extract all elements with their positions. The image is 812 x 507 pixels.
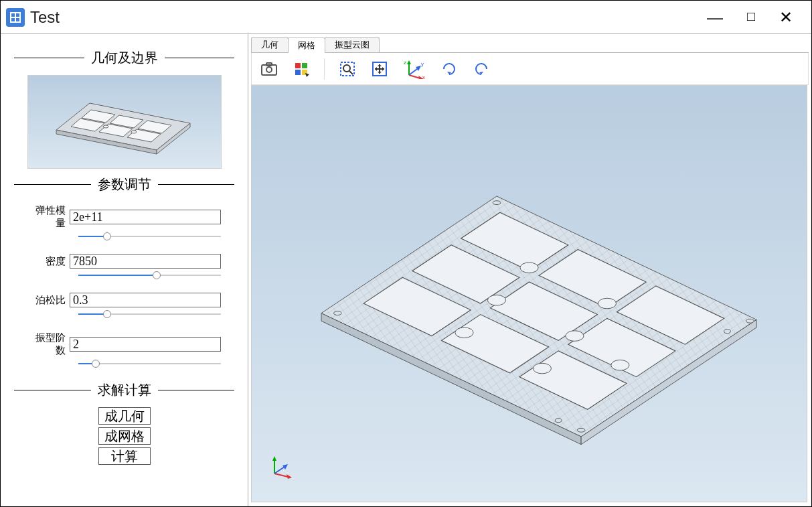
- svg-point-61: [577, 428, 585, 432]
- poisson-slider[interactable]: [78, 310, 221, 318]
- zoom-box-icon[interactable]: [338, 60, 357, 78]
- window-title: Test: [30, 8, 707, 27]
- svg-marker-68: [287, 474, 292, 479]
- svg-text:y: y: [421, 61, 424, 67]
- svg-point-59: [333, 311, 341, 315]
- mode-count-label: 振型阶数: [27, 332, 66, 357]
- svg-point-60: [493, 201, 501, 205]
- svg-point-12: [103, 125, 108, 128]
- section-geometry-boundary: 几何及边界: [14, 49, 234, 67]
- tab-geometry[interactable]: 几何: [251, 37, 289, 52]
- rotate-cw-icon[interactable]: [440, 60, 459, 78]
- svg-point-57: [598, 298, 616, 309]
- compute-button[interactable]: 计算: [98, 447, 151, 465]
- elastic-modulus-row: 弹性模量: [14, 204, 234, 230]
- minimize-button[interactable]: —: [707, 9, 723, 25]
- svg-rect-18: [302, 63, 307, 68]
- section-parameters: 参数调节: [14, 175, 234, 194]
- svg-point-62: [746, 319, 754, 323]
- close-button[interactable]: ✕: [779, 9, 793, 25]
- 3d-viewport[interactable]: [251, 85, 807, 502]
- tabs: 几何 网格 振型云图: [251, 37, 809, 53]
- svg-rect-19: [295, 70, 301, 75]
- svg-point-13: [131, 131, 137, 133]
- elastic-modulus-label: 弹性模量: [27, 204, 66, 230]
- poisson-row: 泊松比: [14, 293, 234, 307]
- svg-line-24: [349, 71, 353, 74]
- svg-point-64: [724, 330, 731, 334]
- svg-text:x: x: [422, 74, 425, 79]
- content-pane: 几何 网格 振型云图: [248, 34, 811, 506]
- svg-point-58: [611, 360, 629, 370]
- maximize-button[interactable]: □: [747, 9, 755, 25]
- svg-rect-17: [295, 63, 301, 68]
- mode-count-slider[interactable]: [78, 360, 221, 368]
- generate-mesh-button[interactable]: 成网格: [98, 427, 151, 445]
- tab-mesh[interactable]: 网格: [288, 38, 325, 53]
- app-icon: [6, 8, 25, 27]
- svg-point-23: [343, 65, 350, 72]
- tab-mode-shape[interactable]: 振型云图: [325, 37, 380, 52]
- svg-marker-29: [407, 60, 411, 64]
- density-row: 密度: [14, 254, 234, 269]
- geometry-preview: [27, 75, 222, 169]
- titlebar: Test — □ ✕: [1, 1, 811, 34]
- elastic-modulus-input[interactable]: [70, 210, 221, 224]
- svg-point-53: [566, 331, 584, 342]
- svg-point-63: [555, 419, 562, 423]
- svg-text:z: z: [404, 60, 406, 66]
- generate-geometry-button[interactable]: 成几何: [98, 407, 151, 425]
- svg-point-54: [455, 328, 473, 338]
- density-slider[interactable]: [78, 271, 221, 279]
- density-input[interactable]: [70, 254, 221, 269]
- mode-count-input[interactable]: [70, 337, 221, 352]
- sidebar: 几何及边界: [1, 34, 248, 506]
- viewport-toolbar: z y x: [251, 53, 809, 85]
- elastic-modulus-slider[interactable]: [78, 232, 221, 240]
- density-label: 密度: [27, 255, 66, 268]
- svg-marker-66: [272, 456, 276, 461]
- selection-icon[interactable]: [292, 60, 311, 78]
- zoom-fit-icon[interactable]: [370, 60, 389, 78]
- axes-icon[interactable]: z y x: [402, 60, 426, 78]
- poisson-label: 泊松比: [27, 294, 66, 307]
- section-solve: 求解计算: [14, 381, 234, 399]
- svg-point-55: [533, 363, 551, 374]
- screenshot-icon[interactable]: [260, 60, 278, 78]
- mode-count-row: 振型阶数: [14, 332, 234, 357]
- svg-point-52: [487, 295, 505, 305]
- poisson-input[interactable]: [70, 293, 221, 307]
- rotate-ccw-icon[interactable]: [472, 60, 491, 78]
- svg-point-56: [520, 263, 538, 273]
- viewport-axes-triad: [268, 452, 295, 482]
- svg-point-16: [266, 67, 272, 72]
